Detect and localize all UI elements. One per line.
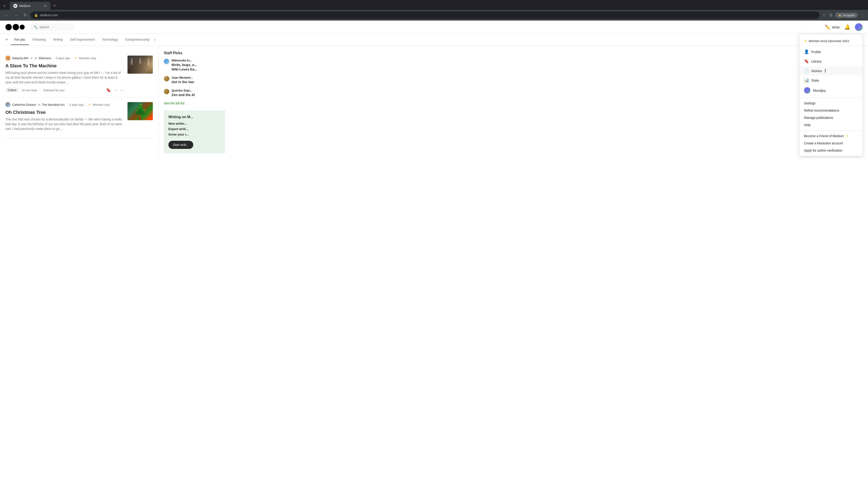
member-star-icon: ✦ xyxy=(804,39,807,43)
menu-item-manage-publications[interactable]: Manage publications xyxy=(800,114,862,121)
menu-item-profile[interactable]: 👤 Profile xyxy=(800,47,862,57)
member-since-text: Member since December 2023 xyxy=(809,39,849,43)
user-dropdown-menu: ✦ Member since December 2023 👤 Profile 🔖… xyxy=(799,34,863,156)
member-badge: ✦ xyxy=(74,56,77,60)
tab-for-you[interactable]: For you xyxy=(11,35,29,45)
read-time: 10 min read xyxy=(22,89,37,92)
save-icon[interactable]: 🔖 xyxy=(106,88,111,93)
add-topic-button[interactable]: + xyxy=(5,34,11,45)
in-label: in xyxy=(35,57,37,60)
library-icon: 🔖 xyxy=(804,59,809,64)
split-screen-icon[interactable]: ⧉ xyxy=(829,12,833,19)
tab-self-improvement[interactable]: Self Improvement xyxy=(66,35,98,45)
member-badge-2: ✦ xyxy=(88,103,91,106)
member-only-label: Member-only xyxy=(79,57,96,60)
staff-pick-item-3: Quentin Sept... Zen and the Al xyxy=(164,89,225,97)
tab-favicon: M xyxy=(13,4,18,8)
menu-item-stories[interactable]: 📄 Stories xyxy=(800,66,862,75)
menu-item-friend[interactable]: Become a Friend of Medium ✦ xyxy=(800,132,862,140)
article-image xyxy=(127,56,153,74)
staff-pick-avatar-2 xyxy=(164,76,169,81)
write-label: Write xyxy=(832,25,840,29)
medium-logo[interactable] xyxy=(5,24,25,30)
search-icon: 🔍 xyxy=(34,25,37,29)
nav-arrow-right[interactable]: › xyxy=(154,37,156,42)
article-title-2[interactable]: Oh Christmas Tree xyxy=(5,109,124,115)
selected-for-you: Selected for you xyxy=(43,89,64,92)
incognito-button[interactable]: 🕵 Incognito xyxy=(835,13,858,18)
staff-pick-item: Wikimedia In... Birds, bugs, a...Wiki Lo… xyxy=(164,59,225,71)
article-content: Natasha MH ✓ in Ellemeno · 3 days ago · … xyxy=(5,56,124,93)
article-meta: Natasha MH ✓ in Ellemeno · 3 days ago · … xyxy=(5,56,124,61)
staff-pick-author-3[interactable]: Quentin Sept... xyxy=(172,89,195,92)
tab-entrepreneurship[interactable]: Entrepreneurship xyxy=(122,35,153,45)
account-label: Moodjoy xyxy=(813,89,826,92)
writing-box-item-3: Grow your r... xyxy=(168,133,221,136)
separator-2: · xyxy=(67,103,68,106)
back-button[interactable]: ← xyxy=(3,12,10,19)
tab-writing[interactable]: Writing xyxy=(49,35,66,45)
article-tag[interactable]: Culture xyxy=(5,88,19,93)
help-label: Help xyxy=(804,123,811,127)
notifications-bell-icon[interactable]: 🔔 xyxy=(844,24,850,30)
staff-pick-title-1[interactable]: Birds, bugs, a...Wiki Loves Ea... xyxy=(172,63,197,71)
publication-name-2[interactable]: The Narrative Arc xyxy=(42,103,65,106)
article-title[interactable]: A Slave To The Machine xyxy=(5,63,124,69)
active-tab[interactable]: M Medium ✕ xyxy=(10,2,51,10)
staff-pick-title-3[interactable]: Zen and the Al xyxy=(172,93,195,97)
logo-bar-small xyxy=(20,25,25,30)
dislike-icon[interactable]: － xyxy=(114,88,118,93)
article-content: Catherine Oceano in The Narrative Arc · … xyxy=(5,102,124,134)
verification-label: Apply for author verification xyxy=(804,149,842,152)
address-bar[interactable]: 🔒 medium.com xyxy=(31,11,819,19)
profile-icon: 👤 xyxy=(804,49,809,54)
separator: · xyxy=(53,57,54,60)
main-content: Natasha MH ✓ in Ellemeno · 3 days ago · … xyxy=(0,46,868,159)
article-excerpt-2: The one that was chosen by a democratica… xyxy=(5,117,124,131)
user-avatar[interactable] xyxy=(855,23,863,31)
article-footer: Culture 10 min read · Selected for you 🔖… xyxy=(5,88,124,93)
author-name[interactable]: Natasha MH xyxy=(12,57,29,60)
tab-following-label: Following xyxy=(32,38,46,41)
stories-icon: 📄 xyxy=(804,68,809,73)
menu-item-verification[interactable]: Apply for author verification xyxy=(800,147,862,154)
menu-item-account[interactable]: Moodjoy xyxy=(800,85,862,96)
bookmark-star-icon[interactable]: ☆ xyxy=(822,12,827,19)
incognito-icon: 🕵 xyxy=(838,13,842,17)
staff-pick-title-2[interactable]: Get in the Van xyxy=(172,80,194,84)
menu-item-settings[interactable]: Settings xyxy=(800,100,862,107)
see-full-list-link[interactable]: See the full list xyxy=(164,101,225,105)
search-bar[interactable]: 🔍 Search xyxy=(30,24,75,31)
article-actions: 🔖 － ··· xyxy=(106,88,124,93)
profile-label: Profile xyxy=(811,50,821,54)
new-tab-button[interactable]: + xyxy=(51,2,58,9)
article-card: Catherine Oceano in The Narrative Arc · … xyxy=(5,98,153,139)
author-name-2[interactable]: Catherine Oceano xyxy=(12,103,36,106)
write-button[interactable]: ✏️ Write xyxy=(825,24,840,30)
nav-tabs: + For you Following Writing Self Improve… xyxy=(0,34,868,46)
menu-item-library[interactable]: 🔖 Library xyxy=(800,57,862,66)
forward-button[interactable]: → xyxy=(12,12,20,19)
menu-divider-2 xyxy=(800,130,862,131)
separator3: · xyxy=(39,89,40,92)
article-excerpt: Will losing your phone and its content m… xyxy=(5,70,124,85)
tab-following[interactable]: Following xyxy=(29,35,49,45)
menu-item-stats[interactable]: 📊 Stats xyxy=(800,75,862,85)
more-options-icon[interactable]: ⋮ xyxy=(860,12,865,19)
author-avatar-2 xyxy=(5,102,10,107)
logo-circle xyxy=(5,24,12,30)
more-icon[interactable]: ··· xyxy=(121,88,124,93)
tab-close-button[interactable]: ✕ xyxy=(44,4,47,8)
tab-technology[interactable]: Technology xyxy=(98,35,122,45)
menu-item-refine[interactable]: Refine recommendations xyxy=(800,107,862,114)
refresh-button[interactable]: ↻ xyxy=(22,12,29,19)
friend-star-icon: ✦ xyxy=(846,134,848,138)
tab-list-button[interactable]: ▾ xyxy=(2,3,7,8)
staff-pick-author-1[interactable]: Wikimedia In... xyxy=(172,59,197,62)
menu-item-mastodon[interactable]: Create a Mastodon account xyxy=(800,140,862,147)
manage-pubs-label: Manage publications xyxy=(804,116,833,120)
publication-name[interactable]: Ellemeno xyxy=(39,57,51,60)
menu-item-help[interactable]: Help xyxy=(800,121,862,129)
start-writing-button[interactable]: Start writi... xyxy=(168,141,193,149)
staff-pick-author-2[interactable]: Joan Westenl... xyxy=(172,76,194,79)
